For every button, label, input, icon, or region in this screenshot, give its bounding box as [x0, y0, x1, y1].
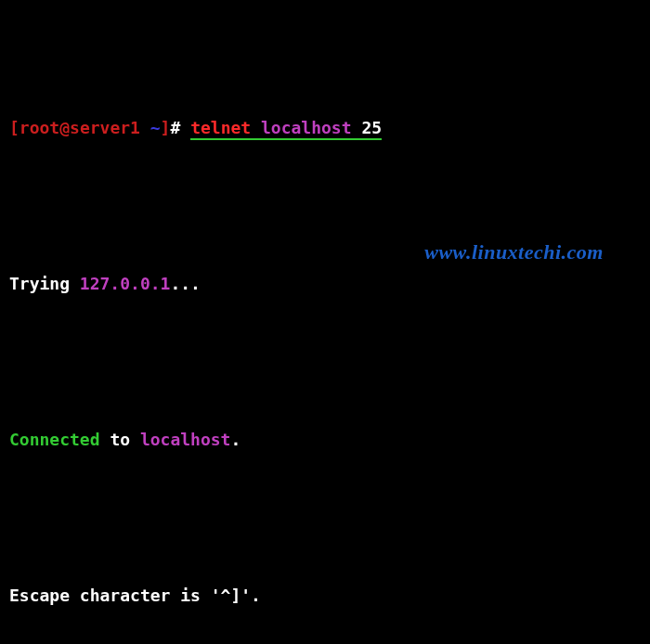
- line-connected: Connected to localhost.: [9, 406, 641, 473]
- terminal-window[interactable]: [root@server1 ~]# telnet localhost 25 Tr…: [0, 0, 650, 644]
- prompt-at: @: [59, 118, 70, 137]
- prompt-symbol: #: [170, 118, 180, 137]
- cmd-sep: [251, 118, 261, 140]
- trying-prefix: Trying: [9, 274, 80, 293]
- connected-host: localhost: [140, 430, 231, 449]
- prompt-open: [: [9, 118, 20, 137]
- watermark: www.linuxtechi.com: [424, 241, 604, 264]
- cmd-port: 25: [361, 118, 382, 140]
- line-escape: Escape character is '^]'.: [9, 562, 641, 629]
- prompt-close: ]: [161, 118, 171, 137]
- prompt-user: root: [20, 118, 59, 137]
- connected-mid: to: [100, 430, 140, 449]
- trying-ip: 127.0.0.1: [80, 274, 171, 293]
- cmd-telnet: telnet: [190, 118, 251, 140]
- prompt-host: server1: [70, 118, 140, 137]
- connected-prefix: Connected: [9, 430, 100, 449]
- escape-text: Escape character is '^]'.: [9, 586, 261, 605]
- prompt-path: ~: [150, 118, 161, 137]
- connected-dot: .: [230, 430, 240, 449]
- cmd-host: localhost: [261, 118, 352, 140]
- line-prompt-command: [root@server1 ~]# telnet localhost 25: [9, 95, 641, 161]
- cmd-sep2: [352, 118, 362, 140]
- trying-suffix: ...: [170, 274, 201, 293]
